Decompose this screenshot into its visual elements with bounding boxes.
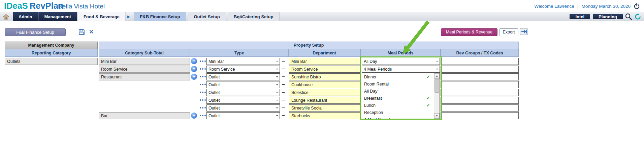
dropdown-option[interactable]: Lunch✓ xyxy=(362,102,434,109)
table-row: Room Service + Room Service▼ − Room Serv… xyxy=(0,65,644,73)
export-icon[interactable] xyxy=(520,28,528,35)
meal-period-select[interactable]: 4 Meal Periods▼ xyxy=(362,66,440,73)
nav-tab-bqt-catering-setup[interactable]: Bqt/Catering Setup xyxy=(228,12,280,21)
nav-bar: Admin Management Food & Beverage ▶ F&B F… xyxy=(0,12,644,21)
property-setup-header: Property Setup xyxy=(99,42,519,49)
dropdown-arrow-icon: ▼ xyxy=(434,60,440,63)
table-row: Outlet▼ − Streetville Social xyxy=(0,104,644,112)
dropdown-option[interactable]: Room Rental xyxy=(362,80,434,88)
table-row: Outlet▼ − Lounge Restaurant xyxy=(0,96,644,104)
app-logo: IDeaSRevPlan xyxy=(4,1,64,11)
minus-icon[interactable]: − xyxy=(282,81,285,87)
date-text: Monday March 30, 2020 xyxy=(581,4,631,9)
rev-groups-cell[interactable] xyxy=(441,97,519,104)
table-row: Bar + Outlet▼ − Starbucks xyxy=(0,112,644,120)
rev-groups-cell[interactable] xyxy=(441,89,519,96)
minus-icon[interactable]: − xyxy=(282,74,285,79)
rev-groups-cell[interactable] xyxy=(441,81,519,88)
department-cell[interactable]: Mini Bar xyxy=(289,58,360,65)
meal-periods-revenue-groups-button[interactable]: Meal Periods & Revenue Groups xyxy=(441,28,497,36)
search-icon[interactable] xyxy=(625,13,632,20)
home-icon[interactable] xyxy=(0,12,12,21)
nav-tab-intel[interactable]: Intel xyxy=(570,14,590,19)
close-icon[interactable]: ✕ xyxy=(89,28,94,35)
department-cell[interactable]: Streetville Social xyxy=(289,104,360,112)
sub-total-cell: Bar xyxy=(99,112,190,119)
department-cell[interactable]: Solestice xyxy=(289,89,360,96)
minus-icon[interactable]: − xyxy=(282,66,285,72)
dropdown-option[interactable]: Breakfast✓ xyxy=(362,95,434,102)
more-options-icon[interactable] xyxy=(200,99,206,101)
type-select[interactable]: Outlet▼ xyxy=(206,104,280,112)
top-bar-right: Welcome Lawrence | Monday March 30, 2020 xyxy=(535,0,640,12)
nav-tab-outlet-setup[interactable]: Outlet Setup xyxy=(188,12,226,21)
scroll-down-icon[interactable]: ▼ xyxy=(434,113,440,119)
column-header-category-sub-total: Category Sub-Total xyxy=(99,49,190,57)
dropdown-arrow-icon: ▼ xyxy=(275,76,280,78)
type-select[interactable]: Mini Bar▼ xyxy=(206,58,280,65)
dropdown-arrow-icon: ▼ xyxy=(275,115,280,117)
page-title-button[interactable]: F&B Finance Setup xyxy=(5,28,66,36)
dropdown-option[interactable]: Reception xyxy=(362,109,434,116)
department-cell[interactable]: Sunshine Bistro xyxy=(289,73,360,80)
type-select[interactable]: Room Service▼ xyxy=(206,66,280,73)
meal-period-select[interactable]: All Day▼ xyxy=(362,58,440,65)
more-options-icon[interactable] xyxy=(200,60,206,62)
plus-icon[interactable]: + xyxy=(191,74,197,80)
nav-tab-management[interactable]: Management xyxy=(38,12,76,21)
nav-tab-food-beverage[interactable]: Food & Beverage xyxy=(77,12,126,21)
rev-groups-cell[interactable] xyxy=(441,112,519,119)
rev-groups-cell[interactable] xyxy=(441,66,519,73)
dropdown-scrollbar[interactable]: ▲ ▼ xyxy=(434,73,440,119)
plus-icon[interactable]: + xyxy=(191,66,197,72)
rev-groups-cell[interactable] xyxy=(441,58,519,65)
top-bar: IDeaSRevPlan Bella Vista Hotel Welcome L… xyxy=(0,0,644,12)
minus-icon[interactable]: − xyxy=(282,97,285,103)
more-options-icon[interactable] xyxy=(200,92,206,93)
more-options-icon[interactable] xyxy=(200,84,206,85)
power-icon[interactable] xyxy=(634,3,640,9)
scroll-thumb[interactable] xyxy=(434,79,439,93)
type-select[interactable]: Outlet▼ xyxy=(206,81,280,88)
minus-icon[interactable]: − xyxy=(282,105,285,111)
table-row: Outlet▼ − Solestice xyxy=(0,89,644,96)
refresh-icon[interactable] xyxy=(634,13,641,20)
export-button[interactable]: Export xyxy=(499,28,518,36)
table-row: Outlet▼ − Cookhouse xyxy=(0,81,644,89)
dropdown-option[interactable]: Dinner✓ xyxy=(362,73,434,80)
department-cell[interactable]: Room Service xyxy=(289,66,360,73)
minus-icon[interactable]: − xyxy=(282,113,285,118)
rev-groups-cell[interactable] xyxy=(441,73,519,80)
dropdown-option-list: Dinner✓ Room Rental All Day Breakfast✓ L… xyxy=(362,73,434,119)
nav-tab-admin[interactable]: Admin xyxy=(13,12,38,21)
management-company-header: Management Company xyxy=(5,42,98,49)
plus-icon[interactable]: + xyxy=(191,58,197,64)
type-select[interactable]: Outlet▼ xyxy=(206,97,280,104)
column-header-type: Type xyxy=(190,49,288,57)
nav-tab-fb-finance-setup[interactable]: F&B Finance Setup xyxy=(134,12,186,21)
type-select[interactable]: Outlet▼ xyxy=(206,89,280,96)
type-select[interactable]: Outlet▼ xyxy=(206,73,280,80)
plus-icon[interactable]: + xyxy=(191,113,197,119)
department-cell[interactable]: Cookhouse xyxy=(289,81,360,88)
department-cell[interactable]: Lounge Restaurant xyxy=(289,97,360,104)
type-select[interactable]: Outlet▼ xyxy=(206,112,280,119)
dropdown-arrow-icon: ▼ xyxy=(434,68,440,70)
more-options-icon[interactable] xyxy=(200,68,206,70)
dropdown-option[interactable]: All Day xyxy=(362,88,434,95)
department-cell[interactable]: Starbucks xyxy=(289,112,360,119)
minus-icon[interactable]: − xyxy=(282,58,285,64)
rev-groups-cell[interactable] xyxy=(441,104,519,112)
dropdown-option[interactable]: 4 Meal Periods xyxy=(362,116,434,119)
save-icon[interactable] xyxy=(78,29,85,35)
nav-tab-planning[interactable]: Planning xyxy=(593,14,623,19)
scroll-up-icon[interactable]: ▲ xyxy=(434,73,440,79)
column-header-reporting-category: Reporting Category xyxy=(5,49,98,57)
more-options-icon[interactable] xyxy=(200,76,206,77)
column-header-meal-periods: Meal Periods xyxy=(360,49,441,57)
separator: | xyxy=(577,4,579,9)
more-options-icon[interactable] xyxy=(200,115,206,116)
more-options-icon[interactable] xyxy=(200,107,206,108)
dropdown-arrow-icon: ▼ xyxy=(275,99,280,101)
minus-icon[interactable]: − xyxy=(282,89,285,95)
